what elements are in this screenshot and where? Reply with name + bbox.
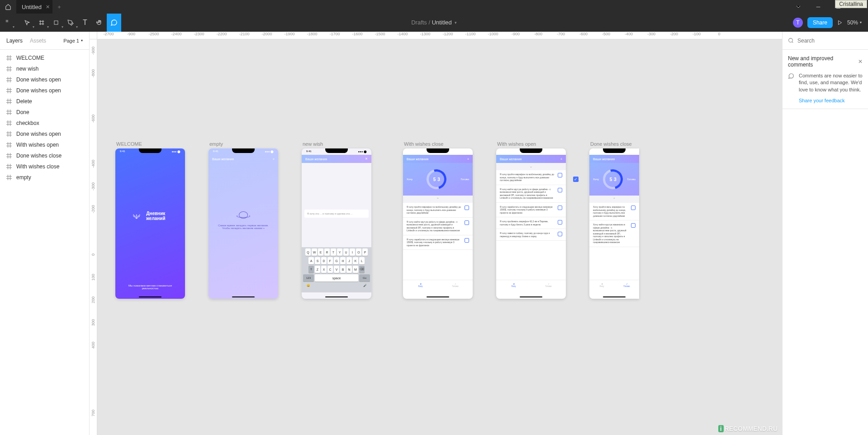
comment-icon — [788, 73, 795, 93]
tab-label: Untitled — [22, 4, 42, 10]
layer-label: Done — [16, 109, 29, 115]
share-button[interactable]: Share — [807, 17, 833, 28]
frame-icon — [6, 164, 12, 169]
frame-icon — [6, 131, 12, 137]
layer-item[interactable]: new wish — [0, 63, 89, 74]
tab-assets[interactable]: Assets — [30, 38, 46, 44]
document-tab[interactable]: Untitled ✕ — [16, 0, 52, 14]
ruler-vertical: -900-800-600-400-300-2000100200300400700 — [90, 39, 97, 435]
layer-label: checkbox — [16, 120, 39, 126]
layer-item[interactable]: Done wishes open — [0, 74, 89, 85]
search-icon — [788, 38, 794, 43]
window-collapse-icon[interactable] — [788, 0, 808, 14]
frame-icon — [6, 99, 12, 104]
layer-list: WELCOMEnew wishDone wishes openDone wish… — [0, 50, 89, 186]
frame-icon — [6, 77, 12, 82]
frame-icon — [6, 120, 12, 126]
frame-icon — [6, 153, 12, 158]
frame-done-wishes-close[interactable]: Done wishes closec...9:41●●● ⬤Ваши желан… — [589, 141, 639, 299]
comment-tool[interactable] — [107, 14, 121, 32]
frame-tool[interactable]: ▾ — [34, 14, 49, 32]
layer-item[interactable]: Done wishes close — [0, 150, 89, 161]
present-button[interactable] — [837, 20, 843, 25]
svg-rect-0 — [54, 21, 58, 24]
layer-item[interactable]: With wishes open — [0, 139, 89, 150]
hand-tool[interactable] — [92, 14, 107, 32]
frame-wishes-close[interactable]: With wishes close9:41●●● ⬤Ваши желания+Х… — [403, 141, 473, 299]
right-panel: New and improved comments ✕ Comments are… — [782, 32, 868, 435]
notice-link[interactable]: Share your feedback — [799, 98, 863, 103]
layer-label: WELCOME — [16, 55, 44, 61]
breadcrumb[interactable]: Drafts / Untitled ▾ — [411, 19, 457, 26]
frame-icon — [6, 88, 12, 93]
svg-point-1 — [789, 38, 793, 43]
layer-item[interactable]: Done wishes open — [0, 85, 89, 96]
main-menu-button[interactable]: ▾ — [0, 14, 14, 32]
overlay-username: Cristallina — [835, 0, 867, 8]
layer-label: Done wishes close — [16, 153, 62, 159]
frame-wishes-open[interactable]: With wishes open9:41●●● ⬤Ваши желания+⌄Я… — [496, 141, 566, 299]
layer-item[interactable]: checkbox — [0, 118, 89, 129]
close-notice-icon[interactable]: ✕ — [858, 58, 863, 65]
frame-new-wish[interactable]: new wish9:41●●● ⬤Ваши желания✕Я хочу это… — [302, 141, 371, 299]
toolbar: ▾ ▾ ▾ ▾ ▾ T Drafts / Untitled ▾ — [0, 14, 868, 32]
frame-empty[interactable]: empty9:41●●● ⬤Ваши желания+Самое время з… — [209, 141, 278, 299]
layer-item[interactable]: Done wishes open — [0, 129, 89, 139]
tab-layers[interactable]: Layers — [6, 38, 23, 44]
breadcrumb-folder: Drafts — [411, 19, 427, 26]
layer-item[interactable]: Done — [0, 107, 89, 118]
zoom-control[interactable]: 50%▾ — [847, 19, 862, 26]
frame-icon — [6, 175, 12, 180]
layer-label: With wishes open — [16, 142, 59, 148]
move-tool[interactable]: ▾ — [20, 14, 34, 32]
notice-title: New and improved comments — [788, 55, 858, 68]
layer-label: With wishes close — [16, 163, 59, 170]
layer-label: Done wishes open — [16, 76, 61, 83]
layer-label: new wish — [16, 66, 38, 72]
frame-icon — [6, 55, 12, 61]
search-input[interactable] — [797, 38, 865, 44]
chevron-down-icon: ▾ — [455, 20, 457, 25]
frame-icon — [6, 110, 12, 115]
layer-label: Done wishes open — [16, 87, 61, 94]
home-button[interactable] — [0, 4, 16, 10]
frame-icon — [6, 66, 12, 72]
breadcrumb-file: Untitled — [432, 19, 452, 26]
frame-icon — [6, 142, 12, 148]
layer-item[interactable]: WELCOME — [0, 53, 89, 63]
titlebar: Untitled ✕ ＋ ─ ☐ ✕ — [0, 0, 868, 14]
avatar[interactable]: T — [793, 18, 803, 28]
layer-item[interactable]: empty — [0, 172, 89, 183]
shape-tool[interactable]: ▾ — [49, 14, 63, 32]
frame-welcome[interactable]: WELCOME9:41●●● ⬤Дневник желанийМы помога… — [115, 141, 185, 299]
text-tool[interactable]: T — [78, 14, 92, 32]
layer-label: Delete — [16, 98, 32, 105]
pen-tool[interactable]: ▾ — [63, 14, 78, 32]
left-panel: Layers Assets Page 1▾ WELCOMEnew wishDon… — [0, 32, 90, 435]
layer-label: empty — [16, 174, 31, 181]
layer-label: Done wishes open — [16, 131, 61, 137]
close-tab-icon[interactable]: ✕ — [46, 4, 50, 10]
watermark: iRECOMMEND.RU — [718, 425, 778, 432]
layer-item[interactable]: Delete — [0, 96, 89, 107]
ruler-horizontal: -2700-900-2500-2400-2300-2200-2100-2000-… — [97, 32, 782, 39]
canvas[interactable]: -2700-900-2500-2400-2300-2200-2100-2000-… — [90, 32, 782, 435]
page-selector[interactable]: Page 1▾ — [63, 38, 83, 43]
window-minimize-icon[interactable]: ─ — [808, 0, 828, 14]
ruler-corner — [90, 32, 97, 39]
layer-item[interactable]: With wishes close — [0, 161, 89, 172]
notice-body: Comments are now easier to find, use, an… — [799, 72, 863, 93]
add-tab-button[interactable]: ＋ — [52, 3, 66, 11]
